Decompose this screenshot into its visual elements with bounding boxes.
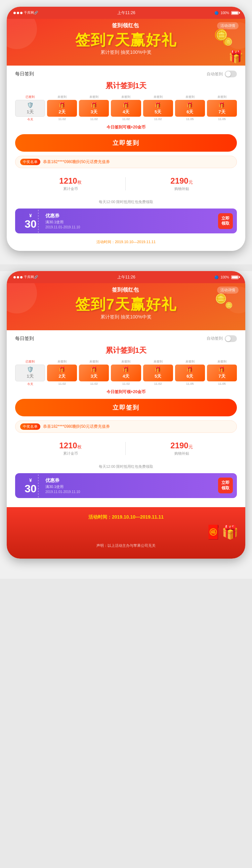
signal-dot-1 — [13, 12, 16, 14]
cumulative-title-1: 累计签到1天 — [15, 81, 237, 91]
stat-gold-1: 1210枚 累计金币 — [15, 173, 126, 195]
day-item-3: 未签到 🎁 3天 11.02 — [79, 95, 109, 122]
day-label-4: 未签到 — [111, 95, 141, 99]
day-box-s2-7: 🎁 7天 — [207, 365, 237, 381]
today-tag-1: 今天 — [15, 117, 45, 122]
auto-toggle-2[interactable] — [225, 335, 237, 342]
auto-checkin-row-2: 自动签到 — [207, 335, 237, 342]
coupon-info-1: 优惠券 满30.1使用 2019.11.01-2019.11.10 — [42, 213, 218, 229]
coin-dec-2: 🪙 — [223, 37, 232, 46]
status-right-2: 🔵 100% — [214, 275, 239, 279]
day-box-5: 🎁 5天 — [143, 100, 173, 117]
hero-main-title-2: 签到7天赢好礼 — [13, 296, 239, 312]
day-item-7: 未签到 🎁 7天 11.05 — [207, 95, 237, 122]
status-left: 千库网🔗 — [13, 10, 38, 15]
activity-time-1: 活动时间：2019.10.10—2019.11.11 — [15, 238, 237, 246]
day-icon-s2-7: 🎁 — [218, 366, 225, 373]
day-item-4: 未签到 🎁 4天 11.02 — [111, 95, 141, 122]
day-num-s2-4: 4天 — [123, 373, 129, 379]
day-box-s2-6: 🎁 6天 — [175, 365, 205, 381]
day-date-6: 11.05 — [175, 117, 205, 121]
carrier-name-2: 千库网🔗 — [24, 275, 38, 279]
day-icon-s2-4: 🎁 — [123, 366, 129, 373]
coupon-bar-1: ¥ 30 优惠券 满30.1使用 2019.11.01-2019.11.10 立… — [15, 209, 237, 234]
coupon-amount-1: ¥ 30 — [19, 213, 42, 229]
nav-title-1: 签到领红包 — [112, 22, 139, 29]
day-num-s2-3: 3天 — [91, 373, 98, 379]
day-icon-s2-1: 🛡️ — [27, 366, 34, 373]
signal-dot-4 — [13, 276, 16, 278]
day-date-3: 11.02 — [79, 117, 109, 121]
day-label-s2-1: 已签到 — [15, 360, 45, 364]
day-icon-s2-3: 🎁 — [91, 366, 98, 373]
day-num-5: 5天 — [154, 109, 161, 115]
day-num-6: 6天 — [186, 109, 193, 115]
battery-icon — [231, 11, 239, 15]
bluetooth-icon-2: 🔵 — [214, 275, 218, 279]
coupon-claim-btn-1[interactable]: 立即领取 — [218, 213, 233, 229]
day-box-7: 🎁 7天 — [207, 100, 237, 117]
signal-dot-5 — [17, 276, 19, 278]
winner-text-2: 恭喜182****0980翻到50元话费充值券 — [43, 424, 110, 430]
activity-detail-btn-1[interactable]: 活动详情 — [217, 22, 239, 29]
day-box-3: 🎁 3天 — [79, 100, 109, 117]
day-icon-s2-2: 🎁 — [59, 366, 66, 373]
day-box-s2-1: 🛡️ 1天 — [15, 365, 45, 381]
bluetooth-icon: 🔵 — [214, 11, 218, 15]
nav-bar-1: 签到领红包 活动详情 — [13, 22, 239, 29]
day-label-s2-7: 未签到 — [207, 360, 237, 364]
auto-checkin-text-2: 自动签到 — [207, 336, 223, 341]
day-num-s2-2: 2天 — [59, 373, 66, 379]
day-date-s2-5: 11.02 — [143, 382, 173, 385]
day-num-7: 7天 — [218, 109, 225, 115]
day-label-6: 未签到 — [175, 95, 205, 99]
stats-row-1: 1210枚 累计金币 2190元 购物补贴 — [15, 173, 237, 195]
status-left-2: 千库网🔗 — [13, 275, 38, 279]
stat-num-subsidy-1: 2190元 — [126, 176, 237, 186]
day-num-4: 4天 — [123, 109, 129, 115]
day-item-s2-4: 未签到 🎁 4天 11.02 — [111, 360, 141, 386]
day-label-5: 未签到 — [143, 95, 173, 99]
signal-dot-2 — [17, 12, 19, 14]
day-icon-s2-6: 🎁 — [186, 366, 193, 373]
day-label-2: 未签到 — [47, 95, 77, 99]
gold-earn-2: 今日签到可领+20金币 — [15, 389, 237, 395]
day-box-s2-5: 🎁 5天 — [143, 365, 173, 381]
winner-bar-1: 中奖名单 恭喜182****0980翻到50元话费充值券 — [15, 156, 237, 168]
battery-fill-2 — [232, 276, 238, 278]
status-bar-1: 千库网🔗 上午11:26 🔵 100% — [7, 7, 245, 19]
card-header-1: 每日签到 自动签到 — [15, 71, 237, 78]
battery-fill — [232, 12, 238, 14]
day-item-1: 已签到 🛡️ 1天 今天 — [15, 95, 45, 122]
day-date-s2-6: 11.05 — [175, 382, 205, 385]
hero-section-1: 签到领红包 活动详情 签到7天赢好礼 累计签到 抽奖100%中奖 🪙 🪙 🎁 — [7, 19, 245, 66]
battery-text: 100% — [220, 11, 229, 15]
sign-btn-1[interactable]: 立即签到 — [15, 134, 237, 152]
day-num-1: 1天 — [27, 109, 33, 115]
day-item-s2-1: 已签到 🛡️ 1天 今天 — [15, 360, 45, 386]
card-header-2: 每日签到 自动签到 — [15, 335, 237, 342]
winner-bar-2: 中奖名单 恭喜182****0980翻到50元话费充值券 — [15, 421, 237, 433]
activity-detail-btn-2[interactable]: 活动详情 — [217, 286, 239, 293]
hero-section-2: 签到领红包 活动详情 签到7天赢好礼 累计签到 抽奖100%中奖 🪙 🪙 — [7, 283, 245, 330]
coupon-name-1: 优惠券 — [45, 213, 215, 219]
nav-bar-2: 签到领红包 活动详情 — [13, 286, 239, 293]
daily-limit-text-2: 每天12:00 限时抵用红包免费领取 — [15, 464, 237, 469]
day-num-s2-5: 5天 — [154, 373, 161, 379]
auto-toggle-1[interactable] — [225, 71, 237, 78]
main-card-2: 每日签到 自动签到 累计签到1天 已签到 🛡️ 1天 — [10, 330, 242, 507]
day-item-s2-5: 未签到 🎁 5天 11.02 — [143, 360, 173, 386]
signal-dots-2 — [13, 276, 23, 278]
coupon-claim-btn-2[interactable]: 立即领取 — [218, 477, 233, 493]
stat-label-subsidy-2: 购物补贴 — [126, 451, 237, 456]
phone-screen-2: 千库网🔗 上午11:26 🔵 100% 签到领红包 活动详情 签到7天赢好礼 累… — [7, 271, 245, 559]
daily-limit-text-1: 每天12:00 限时抵用红包免费领取 — [15, 199, 237, 205]
coupon-cond-2: 满30.1使用 — [45, 484, 215, 489]
day-icon-1: 🛡️ — [27, 102, 34, 108]
hero-main-title-1: 签到7天赢好礼 — [13, 32, 239, 48]
sign-btn-2[interactable]: 立即签到 — [15, 399, 237, 416]
day-date-s2-7: 11.05 — [207, 382, 237, 385]
redpacket-dec: 🧧 — [205, 524, 222, 540]
gold-earn-1: 今日签到可领+20金币 — [15, 124, 237, 130]
activity-time-2: 活动时间：2019.10.10—2019.11.11 — [13, 512, 239, 522]
